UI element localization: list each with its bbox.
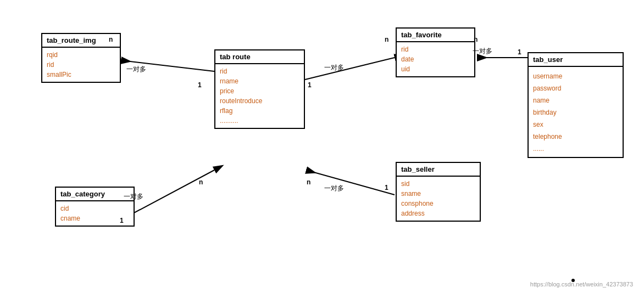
mult-1-seller: 1: [385, 184, 388, 191]
tab-route-title: tab route: [215, 50, 304, 64]
field-cid: cid: [60, 204, 129, 213]
field-address: address: [401, 209, 475, 218]
svg-line-8: [306, 170, 395, 195]
field-date: date: [401, 54, 470, 64]
field-dots-route: ..........: [220, 116, 299, 126]
mult-n-fav-user: n: [474, 36, 478, 43]
field-sid: sid: [401, 179, 475, 189]
field-name: name: [533, 94, 618, 106]
tab-favorite-title: tab_favorite: [397, 29, 474, 42]
mult-n-route-seller: n: [307, 178, 310, 186]
field-cname: cname: [60, 213, 129, 223]
diagram-container: tab_route_img rqid rid smallPic tab rout…: [0, 0, 644, 293]
field-telephone: telephone: [533, 131, 618, 143]
field-price: price: [220, 86, 299, 96]
field-dots-user: ......: [533, 143, 618, 155]
field-rflag: rflag: [220, 106, 299, 116]
field-consphone: consphone: [401, 199, 475, 209]
svg-line-5: [305, 58, 395, 80]
tab-seller-title: tab_seller: [397, 163, 480, 177]
field-uid: uid: [401, 64, 470, 74]
field-password: password: [533, 82, 618, 94]
field-rid-route: rid: [220, 66, 299, 76]
mult-1-user-fav: 1: [518, 48, 521, 56]
label-seller-route: 一对多: [324, 184, 344, 193]
entity-tab-user: tab_user username password name birthday…: [528, 52, 624, 158]
watermark: https://blog.csdn.net/weixin_42373873: [530, 281, 633, 288]
mult-1-route-img: 1: [198, 81, 202, 89]
entity-tab-route: tab route rid rname price routeIntroduce…: [214, 49, 305, 129]
entity-tab-favorite: tab_favorite rid date uid: [396, 27, 475, 77]
tab-favorite-body: rid date uid: [397, 42, 474, 76]
label-img-route: 一对多: [126, 65, 146, 74]
tab-seller-body: sid sname consphone address: [397, 177, 480, 221]
svg-line-7: [132, 170, 214, 214]
entity-tab-seller: tab_seller sid sname consphone address: [396, 162, 481, 222]
field-rid-fav: rid: [401, 44, 470, 54]
tab-user-title: tab_user: [529, 53, 623, 67]
tab-category-title: tab_category: [56, 188, 134, 201]
field-rid-img: rid: [47, 60, 115, 70]
tab-route-body: rid rname price routeIntroduce rflag ...…: [215, 64, 304, 128]
field-smallpic: smallPic: [47, 70, 115, 80]
tab-route-img-title: tab_route_img: [42, 34, 120, 48]
field-username: username: [533, 69, 618, 82]
mult-n-route-cat: n: [199, 178, 203, 186]
label-category-route: 一对多: [124, 192, 143, 201]
label-user-favorite: 一对多: [473, 47, 492, 56]
field-sex: sex: [533, 119, 618, 131]
field-birthday: birthday: [533, 106, 618, 119]
mult-1-cat: 1: [120, 217, 124, 224]
field-sname: sname: [401, 189, 475, 199]
tab-user-body: username password name birthday sex tele…: [529, 67, 623, 157]
field-routeintroduce: routeIntroduce: [220, 96, 299, 106]
label-route-favorite: 一对多: [324, 63, 344, 72]
mult-n-img: n: [109, 36, 113, 43]
mult-1-route-fav: 1: [308, 81, 312, 89]
mult-n-fav: n: [385, 36, 388, 43]
field-rname: rname: [220, 76, 299, 86]
field-rqid: rqid: [47, 50, 115, 60]
tab-route-img-body: rqid rid smallPic: [42, 48, 120, 82]
